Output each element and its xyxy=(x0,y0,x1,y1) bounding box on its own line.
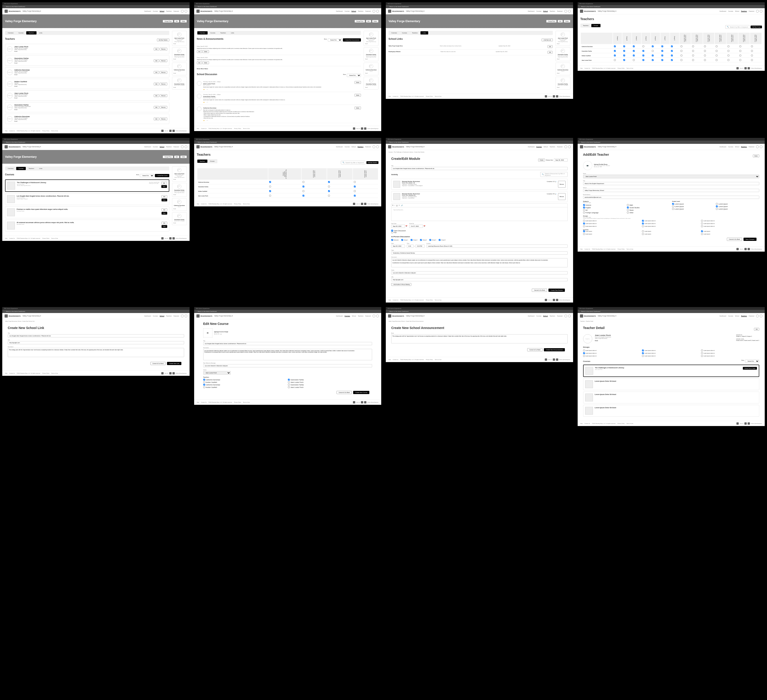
remove-button[interactable]: Remove xyxy=(160,94,167,97)
group-checkbox[interactable] xyxy=(739,59,741,61)
edit-button[interactable]: Edit xyxy=(547,45,553,48)
checkbox-item[interactable]: Lorem ipsum dolor sit xyxy=(701,223,759,225)
checkbox-item[interactable]: Gwendolen Fairfax xyxy=(288,379,372,381)
delete-button[interactable]: Delete xyxy=(753,155,759,157)
group-checkbox[interactable] xyxy=(739,50,741,52)
sidebar-teacher-card[interactable]: Profile PicJean Louise FinchHead of the … xyxy=(172,166,187,182)
group-checkbox[interactable] xyxy=(671,59,673,61)
checkbox-item[interactable]: Catherine Earnshaw xyxy=(203,384,288,386)
twitter-icon[interactable] xyxy=(172,130,175,132)
edit-button[interactable]: Edit xyxy=(162,209,167,211)
nav-teachers[interactable]: Teachers xyxy=(166,11,172,12)
search-input[interactable]: 🔍 Search by title or keyword xyxy=(725,25,750,29)
checkbox-item[interactable]: Jean Louise Finch xyxy=(288,386,372,388)
group-checkbox[interactable] xyxy=(692,54,694,56)
open-disc-checkbox[interactable] xyxy=(391,230,393,231)
contact-link[interactable]: Contact Us xyxy=(9,130,15,131)
remove-button[interactable]: Remove xyxy=(558,181,566,188)
remove-button[interactable]: Remove xyxy=(160,71,167,74)
group-checkbox[interactable] xyxy=(652,50,654,52)
group-checkbox[interactable] xyxy=(727,59,729,61)
group-checkbox[interactable] xyxy=(727,45,729,47)
edit-button[interactable]: Edit xyxy=(154,83,159,85)
edit-button[interactable]: Edit xyxy=(154,94,159,97)
link-title-input[interactable] xyxy=(8,334,184,338)
group-checkbox[interactable] xyxy=(751,59,753,61)
tab-courses[interactable]: Courses xyxy=(16,31,26,35)
group-checkbox[interactable] xyxy=(751,54,753,56)
email-link[interactable]: Email xyxy=(14,86,152,87)
group-checkbox[interactable] xyxy=(643,45,644,47)
checkbox-item[interactable]: Lorem ipsum xyxy=(672,206,715,207)
checkbox-item[interactable]: Lorem ipsum dolor sit xyxy=(583,349,641,351)
checkbox-item[interactable]: Lorem ipsum dolor sit xyxy=(583,352,641,354)
discussion-textarea[interactable]: Leo enim blandit in bibendum aliquam sap… xyxy=(391,258,568,267)
course-checkbox[interactable] xyxy=(302,181,304,183)
group-checkbox[interactable] xyxy=(614,54,616,56)
checkbox-item[interactable]: Holden Caufield xyxy=(203,386,288,388)
nav-school[interactable]: School xyxy=(160,11,164,12)
reply-icon[interactable]: ↩ 3 xyxy=(207,120,208,121)
group-checkbox[interactable] xyxy=(704,54,706,56)
course-checkbox[interactable] xyxy=(354,181,356,183)
checkbox-item[interactable]: Lorem ipsum xyxy=(701,233,759,235)
sidebar-teacher-card[interactable]: Profile PicJean Louise FinchHead of the … xyxy=(364,31,379,46)
group-checkbox[interactable] xyxy=(614,50,616,52)
school-input[interactable] xyxy=(583,189,759,192)
checkbox-item[interactable]: Lorem ipsum xyxy=(716,203,759,205)
delete-button[interactable]: Delete xyxy=(355,94,361,97)
checkbox-item[interactable]: Lorem ipsum xyxy=(583,233,641,235)
module-title-input[interactable] xyxy=(391,167,568,170)
sidebar-teacher-card[interactable]: Profile PicGwendolen FairfaxTeacher, 6th… xyxy=(172,183,187,197)
group-checkbox[interactable] xyxy=(643,50,644,52)
group-checkbox[interactable] xyxy=(661,59,663,61)
delete-button[interactable]: Delete xyxy=(180,20,187,22)
cancel-button[interactable]: Cancel & Go Back xyxy=(532,289,547,292)
link-desc-textarea[interactable]: This strategy pairs with the "argumentat… xyxy=(8,348,184,357)
tab-teachers[interactable]: Teachers xyxy=(26,31,36,35)
group-checkbox[interactable] xyxy=(739,54,741,56)
checkbox-item[interactable]: Lorem ipsum dolor sit xyxy=(583,223,641,225)
checkbox-item[interactable]: Music xyxy=(627,209,670,211)
tab-overview[interactable]: Overview xyxy=(5,31,16,35)
course-checkbox[interactable] xyxy=(328,186,330,187)
group-checkbox[interactable] xyxy=(704,45,706,47)
edit-button[interactable]: Edit xyxy=(197,50,202,53)
course-card[interactable]: Lorem Ipsum Dolor Sit Amet xyxy=(583,405,759,417)
checkbox-item[interactable]: Foreign Language xyxy=(583,212,627,214)
checkbox-item[interactable]: Lorem ipsum xyxy=(672,208,715,210)
checkbox-item[interactable]: Holden Caufield xyxy=(203,381,288,383)
linkedin-icon[interactable] xyxy=(169,130,172,132)
cancel-button[interactable]: Cancel & Go Back xyxy=(727,238,742,241)
checkbox-item[interactable]: Gwendolen Fairfax xyxy=(288,384,372,386)
cancel-button[interactable]: Cancel & Go Back xyxy=(336,391,352,394)
group-checkbox[interactable] xyxy=(623,45,625,47)
edit-button[interactable]: Edit xyxy=(197,61,202,64)
course-checkbox[interactable] xyxy=(328,190,330,192)
email-link[interactable]: Email xyxy=(14,62,152,64)
course-card[interactable]: Lorem Ipsum Dolor Sit Amet xyxy=(583,378,759,390)
group-checkbox[interactable] xyxy=(614,45,616,47)
delete-button[interactable]: Delete xyxy=(355,107,361,109)
remove-button[interactable]: Remove xyxy=(160,83,167,85)
sidebar-teacher-card[interactable]: Profile PicCatherine EarnshawTeacherEmai… xyxy=(364,62,379,75)
group-checkbox[interactable] xyxy=(751,50,753,52)
nav-courses[interactable]: Courses xyxy=(153,11,158,12)
edit-button[interactable]: Edit xyxy=(161,182,167,185)
add-teacher-button[interactable]: Add New Teacher xyxy=(366,161,379,164)
sidebar-teacher-card[interactable]: Profile PicCatherine EarnshawTeacherEmai… xyxy=(172,198,187,211)
privacy-link[interactable]: Privacy Policy xyxy=(42,130,49,131)
editor-textarea[interactable]: Type anything here... xyxy=(391,207,568,221)
checkbox-item[interactable]: Lorem ipsum dolor sit xyxy=(583,225,641,227)
course-checkbox[interactable] xyxy=(328,181,330,183)
view-button[interactable]: View xyxy=(162,199,167,201)
course-checkbox[interactable] xyxy=(354,190,356,192)
help-link[interactable]: Help xyxy=(5,130,7,131)
course-title-input[interactable] xyxy=(203,342,372,345)
remove-button[interactable]: Remove xyxy=(160,106,167,109)
group-checkbox[interactable] xyxy=(623,50,625,52)
link-url-input[interactable] xyxy=(8,341,184,344)
welcome-msg-input[interactable] xyxy=(203,364,372,367)
cancel-button[interactable]: Cancel & Go Back xyxy=(150,362,165,365)
course-checkbox[interactable] xyxy=(269,195,271,196)
